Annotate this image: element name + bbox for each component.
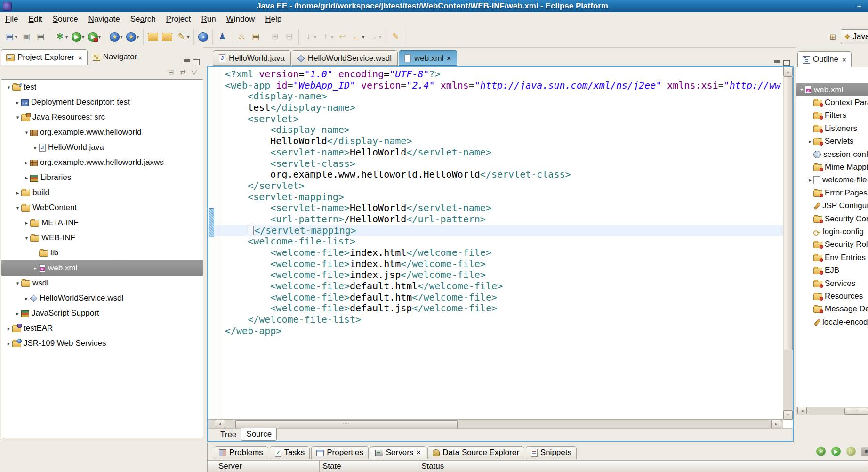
maximize-view-icon[interactable]	[193, 59, 200, 65]
view-tab-outline[interactable]: Outline×	[797, 51, 852, 67]
tree-item-jsr-109-web-services[interactable]: ▸JSR-109 Web Services	[1, 336, 203, 351]
bottom-tab-problems[interactable]: Problems	[214, 446, 268, 459]
column-header-status[interactable]: Status	[418, 461, 868, 472]
run-last-tool-button[interactable]: ▶▾	[87, 31, 102, 43]
outline-item-ejb[interactable]: EJB	[796, 264, 868, 277]
mark-occurrences-button[interactable]: ✎	[389, 31, 402, 43]
outline-item-filters[interactable]: Filters	[796, 109, 868, 122]
dropdown-arrow-icon[interactable]: ▾	[379, 34, 381, 40]
outline-item-session-config[interactable]: session-config	[796, 148, 868, 161]
minimize-button[interactable]: −	[853, 2, 865, 10]
dropdown-arrow-icon[interactable]: ▾	[82, 34, 84, 40]
dropdown-arrow-icon[interactable]: ▾	[331, 34, 333, 40]
menu-search[interactable]: Search	[125, 13, 161, 25]
back-history-button[interactable]: ←▾	[350, 31, 365, 43]
outline-item-locale-encoding-mapping-list[interactable]: locale-encoding-mapping-list	[796, 316, 868, 328]
outline-item-context-params[interactable]: Context Params	[796, 96, 868, 109]
tree-item-lib[interactable]: lib	[1, 245, 203, 260]
bottom-tab-data-source-explorer[interactable]: Data Source Explorer	[427, 446, 524, 459]
collapsed-arrow-icon[interactable]: ▸	[23, 220, 30, 226]
dropdown-arrow-icon[interactable]: ▾	[314, 34, 316, 40]
dropdown-arrow-icon[interactable]: ▾	[120, 34, 122, 40]
outline-item-listeners[interactable]: Listeners	[796, 122, 868, 135]
dropdown-arrow-icon[interactable]: ▾	[362, 34, 364, 40]
ant-build-button[interactable]: ▤	[249, 31, 262, 43]
dropdown-arrow-icon[interactable]: ▾	[65, 34, 68, 40]
new-wizard-button[interactable]: ▤▾	[3, 31, 18, 43]
link-with-editor-icon[interactable]: ⇄	[180, 68, 186, 76]
outline-item-error-pages[interactable]: Error Pages	[796, 187, 868, 199]
expanded-arrow-icon[interactable]: ▾	[14, 205, 21, 211]
print-button[interactable]: ▤	[34, 31, 47, 43]
tree-item-org-example-www-helloworld[interactable]: ▾org.example.www.helloworld	[1, 125, 203, 140]
collapsed-arrow-icon[interactable]: ▸	[14, 190, 21, 196]
new-server-wizard-button[interactable]: ★▾	[109, 31, 123, 43]
scroll-down-icon[interactable]: ▾	[783, 410, 793, 420]
menu-navigate[interactable]: Navigate	[83, 13, 125, 25]
close-icon[interactable]: ×	[77, 54, 82, 62]
dropdown-arrow-icon[interactable]: ▾	[137, 34, 139, 40]
outline-item-welcome-file-list[interactable]: ▸welcome-file-list	[796, 174, 868, 187]
dropdown-arrow-icon[interactable]: ▾	[187, 34, 189, 40]
collapsed-arrow-icon[interactable]: ▸	[5, 326, 12, 332]
bottom-tab-snippets[interactable]: Snippets	[526, 446, 577, 459]
outline-scroll-thumb[interactable]: ∷	[844, 408, 868, 415]
editor-tab-web-xml[interactable]: web.xml×	[399, 50, 457, 66]
collapsed-arrow-icon[interactable]: ▸	[5, 341, 12, 347]
menu-window[interactable]: Window	[221, 13, 260, 25]
tree-item-web-xml[interactable]: ▸web.xml	[1, 260, 203, 276]
collapsed-arrow-icon[interactable]: ▸	[32, 265, 39, 271]
menu-project[interactable]: Project	[161, 13, 196, 25]
tree-item-wsdl[interactable]: ▾wsdl	[1, 276, 203, 291]
view-menu-icon[interactable]: ▽	[191, 68, 197, 76]
close-icon[interactable]: ×	[841, 56, 846, 64]
menu-run[interactable]: Run	[196, 13, 221, 25]
tree-item-build[interactable]: ▸build	[1, 185, 203, 200]
menu-source[interactable]: Source	[48, 13, 83, 25]
page-tab-source[interactable]: Source	[241, 428, 277, 441]
outline-horizontal-scrollbar[interactable]: ◂ ∷	[796, 407, 868, 415]
search-toolbar-button[interactable]: ✎▾	[175, 31, 190, 43]
stop-server-icon[interactable]: ■	[861, 447, 868, 456]
collapsed-arrow-icon[interactable]: ▸	[807, 138, 813, 145]
perspective-java-ee[interactable]: ❖ Java EE	[841, 29, 868, 44]
outline-item-services[interactable]: Services	[796, 277, 868, 290]
profile-server-icon[interactable]: ▷	[846, 447, 856, 456]
page-tab-tree[interactable]: Tree	[216, 429, 241, 441]
tree-item-webcontent[interactable]: ▾WebContent	[1, 200, 203, 215]
close-icon[interactable]: ×	[447, 54, 451, 62]
editor-horizontal-scrollbar[interactable]: ◂ ∷∷ ▸	[208, 419, 783, 429]
tree-item-helloworldservice-wsdl[interactable]: ▸HelloWorldService.wsdl	[1, 291, 203, 306]
expanded-arrow-icon[interactable]: ▾	[14, 280, 21, 286]
menu-file[interactable]: File	[0, 13, 23, 25]
debug-server-icon[interactable]: ✻	[816, 447, 826, 456]
view-tab-navigator[interactable]: Navigator	[88, 49, 143, 65]
editor-tab-helloworld-java[interactable]: HelloWorld.java	[213, 50, 291, 66]
editor-vertical-scrollbar[interactable]: ▴ ▾	[783, 67, 793, 420]
collapsed-arrow-icon[interactable]: ▸	[23, 175, 30, 181]
code-area[interactable]: <?xml version="1.0" encoding="UTF-8"?><w…	[208, 67, 783, 420]
view-tab-project-explorer[interactable]: Project Explorer×	[1, 49, 88, 65]
dropdown-arrow-icon[interactable]: ▾	[98, 34, 101, 40]
outline-item-web-xml[interactable]: ▾web.xml	[796, 83, 868, 96]
tree-item-libraries[interactable]: ▸Libraries	[1, 170, 203, 185]
menu-edit[interactable]: Edit	[23, 13, 47, 25]
open-file-button[interactable]	[161, 32, 173, 42]
expanded-arrow-icon[interactable]: ▾	[14, 114, 21, 121]
collapsed-arrow-icon[interactable]: ▸	[14, 99, 21, 106]
expanded-arrow-icon[interactable]: ▾	[5, 84, 12, 90]
close-icon[interactable]: ×	[416, 448, 421, 457]
vertical-scroll-thumb[interactable]	[784, 76, 793, 350]
bottom-tab-tasks[interactable]: Tasks	[270, 446, 310, 459]
tree-item-meta-inf[interactable]: ▸META-INF	[1, 215, 203, 230]
collapsed-arrow-icon[interactable]: ▸	[23, 295, 30, 301]
scroll-up-icon[interactable]: ▴	[783, 67, 793, 76]
external-tools-button[interactable]: ♨	[235, 31, 248, 43]
scroll-right-icon[interactable]: ▸	[771, 420, 781, 428]
outline-scroll-left-icon[interactable]: ◂	[797, 407, 807, 414]
tree-item-test[interactable]: ▾test	[1, 80, 203, 95]
open-resource-button[interactable]	[147, 32, 159, 42]
debug-button[interactable]: ✻▾	[54, 31, 69, 43]
tree-item-testear[interactable]: ▸testEAR	[1, 321, 203, 336]
bottom-tab-properties[interactable]: Properties	[311, 446, 368, 459]
